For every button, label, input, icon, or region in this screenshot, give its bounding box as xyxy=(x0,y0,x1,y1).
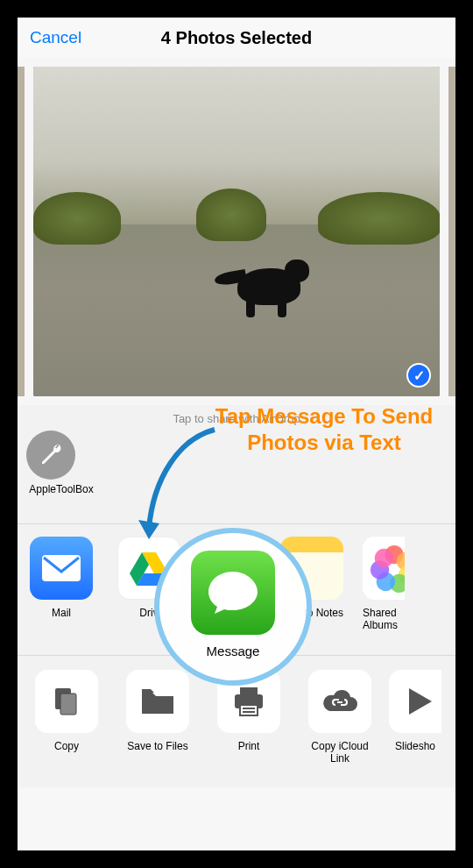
play-icon xyxy=(389,670,441,733)
action-copy-icloud-link[interactable]: Copy iCloud Link xyxy=(298,670,382,765)
airdrop-item-label: AppleToolBox xyxy=(26,483,96,495)
svg-point-10 xyxy=(375,549,393,567)
messages-icon[interactable] xyxy=(191,551,275,635)
action-label: Save to Files xyxy=(116,740,200,752)
annotation-highlight-circle: Message xyxy=(154,528,312,686)
action-copy[interactable]: Copy xyxy=(25,670,109,752)
annotation-callout: Tap Message To Send Photos via Text xyxy=(201,403,447,456)
action-slideshow[interactable]: Slidesho xyxy=(389,670,441,752)
cancel-button[interactable]: Cancel xyxy=(18,28,81,47)
app-label: Mail xyxy=(30,607,93,619)
app-mail[interactable]: Mail xyxy=(30,537,93,619)
svg-rect-12 xyxy=(60,694,76,715)
copy-icon xyxy=(35,670,98,733)
photos-icon xyxy=(363,537,405,600)
action-label: Print xyxy=(207,740,291,752)
action-save-to-files[interactable]: Save to Files xyxy=(116,670,200,752)
photo-subject xyxy=(229,254,325,317)
action-label: Slidesho xyxy=(389,740,441,752)
mail-icon xyxy=(30,537,93,600)
action-label: Copy xyxy=(25,740,109,752)
svg-rect-13 xyxy=(240,687,258,694)
action-label: Copy iCloud Link xyxy=(298,740,382,765)
svg-marker-18 xyxy=(409,688,432,715)
annotation-circle-label: Message xyxy=(207,644,260,658)
app-label: Shared Albums xyxy=(363,607,405,631)
app-shared-albums[interactable]: Shared Albums xyxy=(363,537,405,631)
page-title: 4 Photos Selected xyxy=(18,28,455,48)
airdrop-item[interactable]: AppleToolBox xyxy=(26,430,96,495)
cloud-link-icon xyxy=(308,670,371,733)
photo-prev-peek[interactable] xyxy=(18,67,25,396)
folder-icon xyxy=(126,670,189,733)
header-bar: Cancel 4 Photos Selected xyxy=(18,18,455,58)
wrench-icon xyxy=(26,430,75,480)
photo-preview[interactable]: ✓ xyxy=(33,67,440,396)
svg-rect-0 xyxy=(42,555,81,581)
selection-checkmark-icon[interactable]: ✓ xyxy=(406,363,431,388)
photo-next-peek[interactable] xyxy=(448,67,455,396)
selected-photos-strip[interactable]: ✓ xyxy=(18,58,455,405)
svg-rect-15 xyxy=(240,705,258,715)
